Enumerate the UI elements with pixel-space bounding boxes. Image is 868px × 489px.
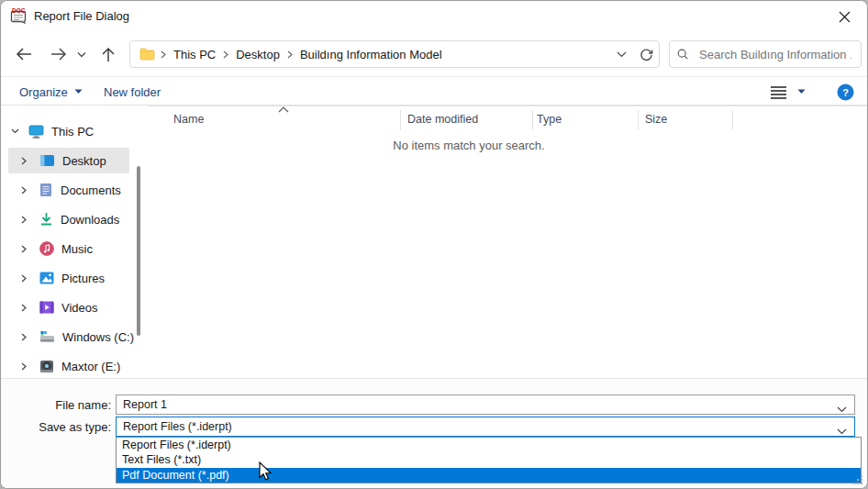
sidebar-item-label: Windows (C:): [62, 330, 134, 344]
chevron-down-icon[interactable]: [837, 400, 847, 417]
this-pc-icon: [28, 125, 44, 139]
column-separator[interactable]: [400, 110, 401, 130]
sidebar-item-label: Documents: [61, 183, 121, 197]
navigation-pane: This PC Desktop Documents: [1, 106, 148, 379]
file-name-combobox[interactable]: [116, 395, 855, 415]
close-icon: [839, 11, 851, 23]
window-title: Report File Dialog: [34, 9, 129, 23]
sidebar-item-pictures[interactable]: Pictures: [1, 265, 137, 291]
up-button[interactable]: [96, 43, 120, 65]
sidebar-item-music[interactable]: Music: [1, 236, 137, 261]
organize-label: Organize: [19, 85, 68, 99]
sidebar-scrollbar[interactable]: [137, 166, 140, 336]
forward-icon: [50, 48, 67, 61]
search-icon: [677, 48, 688, 61]
sidebar-item-label: Music: [61, 242, 93, 256]
back-button[interactable]: [12, 43, 36, 65]
mouse-cursor: [256, 461, 272, 483]
sidebar-item-desktop[interactable]: Desktop: [8, 148, 129, 173]
breadcrumb-chevron-icon: [282, 50, 298, 59]
column-header-type[interactable]: Type: [537, 113, 562, 126]
sort-ascending-icon: [278, 106, 289, 113]
tree-expand-chevron-icon[interactable]: [19, 185, 28, 194]
save-as-type-label: Save as type:: [1, 420, 111, 434]
sidebar-item-documents[interactable]: Documents: [1, 177, 137, 203]
tree-expand-chevron-icon[interactable]: [19, 332, 28, 341]
sidebar-item-label: This PC: [51, 125, 94, 139]
resize-grip[interactable]: [851, 473, 863, 485]
views-dropdown-button[interactable]: [797, 83, 806, 101]
videos-icon: [39, 301, 54, 314]
list-view-icon: [770, 85, 787, 99]
column-separator[interactable]: [732, 110, 733, 130]
refresh-icon: [640, 48, 653, 61]
save-as-type-value: Report Files (*.iderpt): [117, 420, 829, 433]
external-drive-icon: [39, 360, 54, 373]
save-as-type-dropdown: Report Files (*.iderpt) Text Files (*.tx…: [116, 437, 862, 483]
save-as-type-combobox[interactable]: Report Files (*.iderpt): [116, 417, 855, 437]
desktop-icon: [39, 154, 55, 167]
music-icon: [39, 241, 54, 256]
recent-locations-chevron-icon: [77, 51, 86, 58]
column-header-date-modified[interactable]: Date modified: [407, 113, 478, 126]
breadcrumb-chevron-icon: [217, 50, 234, 59]
forward-button[interactable]: [47, 43, 71, 65]
tree-expand-chevron-icon[interactable]: [19, 156, 28, 165]
file-name-input[interactable]: [117, 397, 831, 412]
dropdown-option-pdf-document[interactable]: Pdf Document (*.pdf): [117, 468, 861, 483]
close-button[interactable]: [829, 5, 860, 28]
column-header-name[interactable]: Name: [173, 113, 204, 126]
dropdown-option-report-files[interactable]: Report Files (*.iderpt): [117, 438, 861, 452]
tree-expand-chevron-icon[interactable]: [19, 215, 28, 224]
new-folder-button[interactable]: New folder: [104, 83, 161, 101]
sidebar-item-videos[interactable]: Videos: [1, 295, 137, 320]
screen: DOC Report File Dialog: [0, 0, 868, 489]
file-list-header: Name Date modified Type Size: [148, 106, 867, 131]
dropdown-option-text-files[interactable]: Text Files (*.txt): [117, 452, 861, 467]
column-separator[interactable]: [532, 110, 533, 130]
tree-expand-chevron-icon[interactable]: [19, 273, 28, 283]
sidebar-item-label: Maxtor (E:): [61, 360, 120, 373]
chevron-down-icon: [617, 51, 627, 58]
tree-collapse-chevron-icon[interactable]: [10, 127, 19, 136]
sidebar-item-label: Pictures: [61, 272, 105, 285]
sidebar-item-label: Videos: [61, 301, 98, 315]
new-folder-label: New folder: [104, 85, 161, 99]
organize-button[interactable]: Organize: [19, 83, 83, 101]
sidebar-item-windows-c[interactable]: Windows (C:): [1, 324, 137, 350]
report-file-dialog-window: DOC Report File Dialog: [0, 0, 868, 489]
tree-expand-chevron-icon[interactable]: [19, 244, 28, 253]
windows-drive-icon: [39, 330, 55, 343]
file-name-label: File name:: [1, 398, 111, 412]
address-dropdown-button[interactable]: [617, 51, 627, 58]
sidebar-item-maxtor-e[interactable]: Maxtor (E:): [1, 353, 137, 379]
command-toolbar: Organize New folder ?: [1, 77, 867, 106]
column-header-size[interactable]: Size: [645, 113, 667, 126]
tree-expand-chevron-icon[interactable]: [19, 361, 28, 371]
refresh-button[interactable]: [640, 48, 653, 61]
help-button[interactable]: ?: [837, 83, 854, 101]
organize-dropdown-caret-icon: [74, 89, 83, 94]
tree-expand-chevron-icon[interactable]: [19, 303, 28, 312]
sidebar-item-downloads[interactable]: Downloads: [1, 206, 137, 232]
breadcrumb-current-folder[interactable]: Buildıng Information Model: [298, 48, 444, 61]
column-separator[interactable]: [638, 110, 639, 130]
back-icon: [16, 48, 32, 61]
recent-locations-button[interactable]: [72, 43, 91, 65]
doc-file-icon: DOC: [10, 7, 28, 24]
breadcrumb-desktop[interactable]: Desktop: [234, 48, 282, 61]
breadcrumb-this-pc[interactable]: This PC: [172, 48, 217, 61]
search-input[interactable]: [697, 47, 853, 62]
pictures-icon: [39, 272, 54, 284]
search-box[interactable]: [669, 40, 862, 68]
sidebar-item-this-pc[interactable]: This PC: [1, 118, 137, 144]
sidebar-item-label: Downloads: [61, 213, 119, 227]
views-dropdown-caret-icon: [797, 89, 806, 94]
help-icon: ?: [837, 83, 854, 101]
up-icon: [102, 47, 115, 62]
folder-icon: [139, 48, 155, 61]
change-view-button[interactable]: [770, 83, 787, 101]
svg-text:?: ?: [842, 86, 849, 97]
address-bar[interactable]: This PC Desktop Buildıng Information Mod…: [129, 40, 660, 68]
sidebar-item-label: Desktop: [62, 154, 106, 168]
